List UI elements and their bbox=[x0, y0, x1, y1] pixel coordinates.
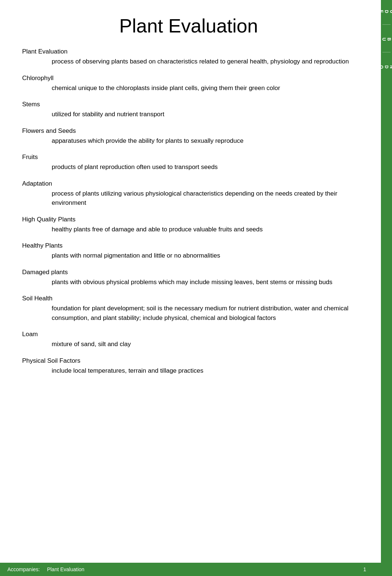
vocab-definition: utilized for stability and nutrient tran… bbox=[52, 110, 355, 119]
vocab-definition: healthy plants free of damage and able t… bbox=[52, 225, 355, 234]
sidebar-section-student: STUDENT bbox=[368, 4, 392, 21]
vocab-term: Stems bbox=[22, 101, 355, 108]
sidebar-divider-2 bbox=[382, 52, 391, 52]
footer-accompanies-value: Plant Evaluation bbox=[47, 566, 84, 572]
footer-accompanies: Accompanies: Plant Evaluation bbox=[7, 566, 85, 572]
vocab-term: High Quality Plants bbox=[22, 216, 355, 223]
sidebar: STUDENT VOCABULARY HANDOUT bbox=[381, 0, 392, 576]
vocab-list: Plant Evaluation process of observing pl… bbox=[22, 48, 355, 375]
footer-page-number: 1 bbox=[363, 566, 366, 572]
list-item: Healthy Plants plants with normal pigmen… bbox=[22, 242, 355, 261]
vocab-term: Flowers and Seeds bbox=[22, 127, 355, 135]
list-item: Fruits products of plant reproduction of… bbox=[22, 154, 355, 172]
vocab-term: Fruits bbox=[22, 154, 355, 161]
vocab-definition: products of plant reproduction often use… bbox=[52, 162, 355, 172]
sidebar-label-vocabulary: VOCABULARY bbox=[361, 38, 392, 42]
list-item: Physical Soil Factors include local temp… bbox=[22, 357, 355, 376]
vocab-definition: foundation for plant development; soil i… bbox=[52, 304, 355, 323]
vocab-definition: plants with normal pigmentation and litt… bbox=[52, 251, 355, 261]
vocab-term: Physical Soil Factors bbox=[22, 357, 355, 365]
page-title: Plant Evaluation bbox=[22, 15, 355, 37]
footer: Accompanies: Plant Evaluation 1 bbox=[0, 563, 381, 576]
sidebar-divider bbox=[382, 24, 391, 25]
vocab-term: Plant Evaluation bbox=[22, 48, 355, 55]
sidebar-section-vocabulary: VOCABULARY bbox=[361, 31, 392, 49]
vocab-term: Adaptation bbox=[22, 180, 355, 187]
footer-accompanies-label: Accompanies: bbox=[7, 566, 40, 572]
vocab-definition: mixture of sand, silt and clay bbox=[52, 339, 355, 349]
vocab-definition: include local temperatures, terrain and … bbox=[52, 366, 355, 376]
vocab-term: Healthy Plants bbox=[22, 242, 355, 249]
vocab-definition: chemical unique to the chloroplasts insi… bbox=[52, 83, 355, 93]
list-item: Stems utilized for stability and nutrien… bbox=[22, 101, 355, 119]
vocab-definition: process of plants utilizing various phys… bbox=[52, 189, 355, 208]
vocab-definition: apparatuses which provide the ability fo… bbox=[52, 136, 355, 146]
vocab-term: Damaged plants bbox=[22, 269, 355, 276]
list-item: Plant Evaluation process of observing pl… bbox=[22, 48, 355, 66]
list-item: High Quality Plants healthy plants free … bbox=[22, 216, 355, 234]
content-area: Plant Evaluation Plant Evaluation proces… bbox=[22, 15, 370, 375]
vocab-term: Loam bbox=[22, 331, 355, 338]
vocab-term: Soil Health bbox=[22, 295, 355, 302]
list-item: Flowers and Seeds apparatuses which prov… bbox=[22, 127, 355, 146]
vocab-definition: plants with obvious physical problems wh… bbox=[52, 277, 355, 287]
list-item: Adaptation process of plants utilizing v… bbox=[22, 180, 355, 208]
sidebar-section-handout: HANDOUT bbox=[368, 59, 392, 77]
vocab-term: Chlorophyll bbox=[22, 75, 355, 82]
list-item: Soil Health foundation for plant develop… bbox=[22, 295, 355, 323]
list-item: Damaged plants plants with obvious physi… bbox=[22, 269, 355, 287]
list-item: Loam mixture of sand, silt and clay bbox=[22, 331, 355, 349]
list-item: Chlorophyll chemical unique to the chlor… bbox=[22, 75, 355, 93]
sidebar-label-student: STUDENT bbox=[368, 10, 392, 14]
page-container: Plant Evaluation Plant Evaluation proces… bbox=[0, 0, 392, 576]
sidebar-label-handout: HANDOUT bbox=[368, 65, 392, 70]
vocab-definition: process of observing plants based on cha… bbox=[52, 57, 355, 66]
